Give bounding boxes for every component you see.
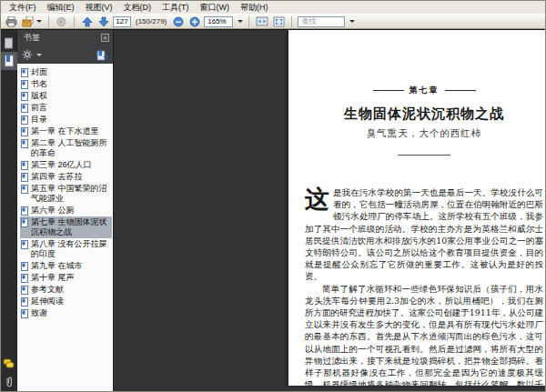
- page-count-label: (150/279): [134, 17, 168, 25]
- bookmark-item[interactable]: 第七章 生物固体泥状沉积物之战: [20, 216, 112, 238]
- previous-view-icon: [56, 16, 67, 27]
- menu-item[interactable]: 帮助(H): [235, 1, 274, 15]
- bookmark-item[interactable]: 第八章 没有公开拉屎的印度: [20, 238, 112, 260]
- options-caret-icon: [36, 54, 42, 56]
- new-bookmark-button[interactable]: [96, 49, 108, 61]
- menu-item[interactable]: 工具(T): [157, 1, 195, 15]
- bookmarks-tab[interactable]: [1, 52, 17, 70]
- document-canvas[interactable]: 第七章 生物固体泥状沉积物之战 臭气熏天，大个的西红柿 这是我在污水学校的第一天…: [114, 30, 545, 391]
- bookmark-page-icon: [21, 185, 28, 194]
- pages-icon: [4, 37, 14, 49]
- bookmark-item[interactable]: 版权: [20, 90, 112, 102]
- toolbar-separator: [248, 16, 249, 27]
- zoom-out-icon: [173, 16, 184, 27]
- print-icon: [5, 16, 17, 27]
- bookmark-item[interactable]: 第九章 在城市: [20, 260, 112, 272]
- bookmark-item[interactable]: 延伸阅读: [20, 296, 112, 307]
- next-page-button[interactable]: [96, 15, 110, 28]
- previous-page-button[interactable]: [80, 15, 94, 28]
- bookmark-item[interactable]: 第五章 中国繁荣的沼气能源业: [20, 183, 112, 205]
- paperclip-icon: [5, 376, 14, 388]
- bookmark-options-button[interactable]: [22, 49, 42, 60]
- bookmark-item[interactable]: 前言: [20, 102, 112, 114]
- bookmark-label: 第四章 去苏拉: [31, 172, 83, 182]
- bookmark-label: 第五章 中国繁荣的沼气能源业: [31, 184, 111, 204]
- zoom-out-button[interactable]: [171, 15, 185, 28]
- toolbar: (150/279): [1, 14, 545, 29]
- menu-item[interactable]: 文档(D): [118, 1, 157, 15]
- chapter-title: 生物固体泥状沉积物之战: [305, 106, 543, 123]
- comments-icon: [3, 358, 15, 369]
- bookmark-label: 第八章 没有公开拉屎的印度: [31, 239, 111, 259]
- paragraph-1-text: 是我在污水学校的第一天也是最后一天。学校没什么可看的，它包括一幢活动房屋，位置在…: [305, 187, 543, 281]
- zoom-in-button[interactable]: [187, 15, 201, 28]
- new-bookmark-icon: [96, 49, 108, 61]
- bookmarks-icon: [4, 55, 15, 67]
- bookmark-item[interactable]: 第四章 去苏拉: [20, 171, 112, 183]
- zoom-in-icon: [189, 16, 200, 27]
- menu-item[interactable]: 文件(F): [4, 1, 42, 15]
- bookmark-label: 书名: [31, 79, 47, 89]
- bookmark-item[interactable]: 书名: [20, 78, 112, 90]
- bookmark-page-icon: [21, 240, 28, 249]
- bookmark-item[interactable]: 封面: [20, 66, 112, 78]
- zoom-level-input[interactable]: [204, 16, 233, 27]
- paragraph-2: 简单了解了水循环和一些绿色环保知识后（孩子们，用水龙头洗车每分钟要用2.3加仑的…: [305, 283, 543, 386]
- bookmark-item[interactable]: 参考文献: [20, 284, 112, 296]
- bookmarks-panel-toolbar: [17, 45, 113, 64]
- arrow-up-icon: [82, 16, 93, 27]
- bookmark-item[interactable]: 第二章 人工智能厕所的革命: [20, 137, 112, 159]
- options-gear-icon: [22, 49, 33, 60]
- email-dropdown-caret-icon[interactable]: [36, 20, 42, 23]
- bookmark-label: 第七章 生物固体泥状沉积物之战: [31, 217, 111, 237]
- bookmarks-panel-title: 书签: [24, 32, 40, 44]
- bookmarks-panel-header: 书签 ×: [17, 30, 113, 45]
- panel-close-icon[interactable]: ×: [101, 34, 109, 42]
- chapter-rule-left: [373, 90, 404, 91]
- bookmark-label: 第一章 在下水道里: [31, 126, 99, 136]
- bookmark-page-icon: [21, 297, 28, 307]
- arrow-down-icon: [98, 16, 109, 27]
- bookmark-page-icon: [21, 274, 28, 283]
- page-content: 第七章 生物固体泥状沉积物之战 臭气熏天，大个的西红柿 这是我在污水学校的第一天…: [288, 30, 545, 386]
- fit-page-button[interactable]: [272, 15, 286, 28]
- toolbar-separator: [74, 16, 75, 27]
- menu-item[interactable]: 编辑(E): [42, 1, 80, 15]
- bookmarks-panel: 书签 ×: [17, 30, 114, 391]
- bookmark-label: 第二章 人工智能厕所的革命: [31, 138, 111, 158]
- pages-tab[interactable]: [1, 34, 17, 52]
- bookmark-item[interactable]: 目录: [20, 114, 112, 126]
- bookmark-item[interactable]: 致谢: [20, 307, 112, 319]
- bookmark-page-icon: [21, 127, 28, 136]
- toolbar-separator: [48, 16, 49, 27]
- attachments-tab[interactable]: [1, 373, 17, 391]
- bookmark-page-icon: [21, 206, 28, 216]
- bookmark-item[interactable]: 第六章 公厕: [20, 205, 112, 216]
- find-dropdown-caret-icon[interactable]: [349, 20, 355, 23]
- chapter-subtitle: 臭气熏天，大个的西红柿: [305, 127, 543, 140]
- bookmark-item[interactable]: 第一章 在下水道里: [20, 126, 112, 137]
- bookmark-page-icon: [21, 92, 28, 101]
- bookmark-page-icon: [21, 139, 28, 148]
- bookmark-page-icon: [21, 80, 28, 89]
- fit-width-button[interactable]: [255, 15, 269, 28]
- document-page: 第七章 生物固体泥状沉积物之战 臭气熏天，大个的西红柿 这是我在污水学校的第一天…: [288, 30, 545, 386]
- bookmark-item[interactable]: 第三章 26亿人口: [20, 159, 112, 171]
- email-button[interactable]: [21, 15, 43, 28]
- page-number-input[interactable]: [113, 16, 131, 27]
- bookmark-label: 封面: [31, 67, 47, 77]
- bookmark-page-icon: [21, 173, 28, 182]
- bookmark-label: 目录: [31, 115, 47, 125]
- print-button[interactable]: [5, 15, 18, 28]
- bookmark-label: 参考文献: [31, 285, 64, 295]
- bookmark-page-icon: [21, 68, 28, 77]
- navigation-tab-strip: [1, 30, 17, 391]
- find-input[interactable]: [298, 16, 345, 27]
- zoom-dropdown-caret-icon[interactable]: [238, 20, 243, 23]
- bookmark-label: 致谢: [31, 308, 47, 318]
- comments-tab[interactable]: [1, 355, 17, 373]
- menu-item[interactable]: 窗口(W): [195, 1, 236, 15]
- bookmark-item[interactable]: 第十章 尾声: [20, 272, 112, 284]
- menu-item[interactable]: 视图(V): [80, 1, 118, 15]
- fit-page-icon: [273, 16, 285, 27]
